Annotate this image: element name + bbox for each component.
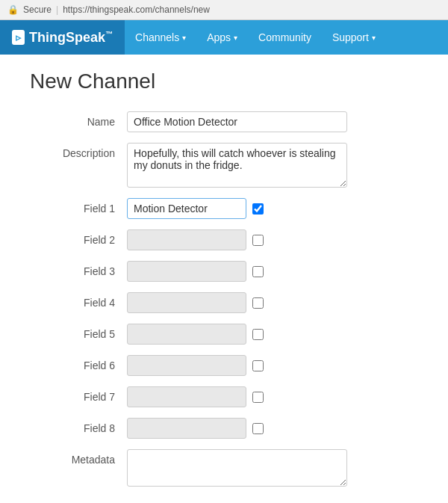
field-5-group: Field 5 — [30, 324, 418, 345]
metadata-label: Metadata — [30, 449, 127, 466]
nav-channels[interactable]: Channels ▾ — [125, 20, 196, 55]
brand-icon: ▹ — [12, 30, 25, 45]
field-6-label: Field 6 — [30, 355, 127, 371]
description-input[interactable]: Hopefully, this will catch whoever is st… — [127, 143, 347, 188]
url-bar: https://thingspeak.com/channels/new — [63, 4, 210, 15]
field-2-group: Field 2 — [30, 229, 418, 250]
field-6-input[interactable] — [127, 355, 246, 376]
description-group: Description Hopefully, this will catch w… — [30, 143, 418, 188]
brand-logo[interactable]: ▹ ThingSpeak™ — [0, 20, 125, 55]
fields-container: Field 1Field 2Field 3Field 4Field 5Field… — [30, 198, 418, 439]
field-1-group: Field 1 — [30, 198, 418, 219]
channels-caret: ▾ — [182, 34, 186, 42]
field-6-group: Field 6 — [30, 355, 418, 376]
field-3-group: Field 3 — [30, 261, 418, 282]
field-4-label: Field 4 — [30, 292, 127, 309]
field-3-row — [127, 261, 264, 282]
field-3-label: Field 3 — [30, 261, 127, 277]
name-label: Name — [30, 111, 127, 128]
field-4-checkbox[interactable] — [252, 297, 264, 309]
name-group: Name — [30, 111, 418, 132]
field-6-row — [127, 355, 264, 376]
field-4-group: Field 4 — [30, 292, 418, 313]
metadata-input[interactable] — [127, 449, 347, 487]
main-content: New Channel Name Description Hopefully, … — [0, 55, 448, 503]
browser-bar: 🔒 Secure | https://thingspeak.com/channe… — [0, 0, 448, 20]
field-8-checkbox[interactable] — [252, 423, 264, 434]
field-1-row — [127, 198, 264, 219]
field-4-row — [127, 292, 264, 313]
apps-caret: ▾ — [234, 34, 237, 42]
metadata-group: Metadata — [30, 449, 418, 487]
field-1-checkbox[interactable] — [252, 203, 264, 215]
lock-icon: 🔒 — [7, 4, 19, 15]
new-channel-form: Name Description Hopefully, this will ca… — [30, 111, 418, 487]
field-5-row — [127, 324, 264, 345]
field-7-checkbox[interactable] — [252, 392, 264, 403]
nav-apps[interactable]: Apps ▾ — [196, 20, 248, 55]
field-5-label: Field 5 — [30, 324, 127, 340]
nav-community[interactable]: Community — [248, 20, 322, 55]
field-1-label: Field 1 — [30, 198, 127, 215]
field-8-input[interactable] — [127, 418, 246, 439]
field-7-input[interactable] — [127, 386, 246, 407]
field-5-input[interactable] — [127, 324, 246, 345]
field-8-row — [127, 418, 264, 439]
field-4-input[interactable] — [127, 292, 246, 313]
description-label: Description — [30, 143, 127, 159]
field-8-label: Field 8 — [30, 418, 127, 434]
field-2-row — [127, 229, 264, 250]
field-1-input[interactable] — [127, 198, 246, 219]
nav-support[interactable]: Support ▾ — [322, 20, 386, 55]
page-title: New Channel — [30, 70, 418, 93]
field-7-group: Field 7 — [30, 386, 418, 407]
secure-label: Secure — [23, 4, 52, 15]
name-input[interactable] — [127, 111, 347, 132]
brand-name: ThingSpeak™ — [29, 30, 113, 46]
field-3-checkbox[interactable] — [252, 266, 264, 277]
nav-menu: Channels ▾ Apps ▾ Community Support ▾ — [125, 20, 386, 55]
field-8-group: Field 8 — [30, 418, 418, 439]
field-7-label: Field 7 — [30, 386, 127, 403]
support-caret: ▾ — [372, 34, 376, 42]
field-6-checkbox[interactable] — [252, 360, 264, 371]
field-2-checkbox[interactable] — [252, 235, 264, 246]
field-3-input[interactable] — [127, 261, 246, 282]
field-2-input[interactable] — [127, 229, 246, 250]
navbar: ▹ ThingSpeak™ Channels ▾ Apps ▾ Communit… — [0, 20, 448, 55]
field-2-label: Field 2 — [30, 229, 127, 246]
field-5-checkbox[interactable] — [252, 329, 264, 340]
field-7-row — [127, 386, 264, 407]
